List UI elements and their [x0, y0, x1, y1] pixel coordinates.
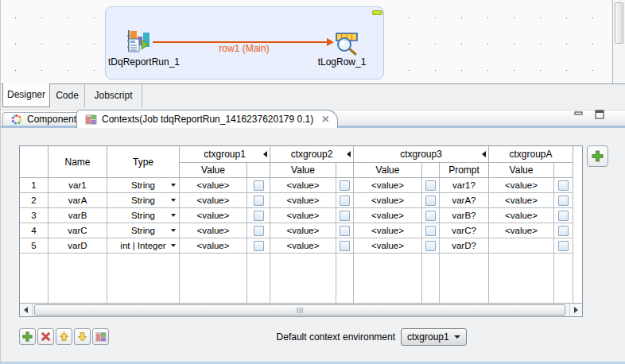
- value-checkbox[interactable]: [340, 196, 350, 206]
- canvas-vertical-scrollbar[interactable]: [612, 0, 625, 83]
- value-cell[interactable]: <value>: [270, 223, 336, 238]
- component-label-tdqreportrun[interactable]: tDqReportRun_1: [84, 56, 204, 68]
- row-number-cell[interactable]: 4: [20, 223, 49, 238]
- context-group-header[interactable]: ctxgroupA: [489, 146, 573, 163]
- value-cell[interactable]: <value>: [180, 208, 247, 223]
- scroll-left-button[interactable]: [20, 304, 33, 316]
- add-variable-button[interactable]: [19, 328, 36, 345]
- type-cell[interactable]: String: [107, 208, 180, 223]
- value-checkbox[interactable]: [340, 241, 350, 251]
- type-dropdown-caret-icon[interactable]: [171, 184, 176, 187]
- row-connection-label[interactable]: row1 (Main): [196, 43, 292, 54]
- value-checkbox[interactable]: [254, 211, 264, 221]
- default-context-dropdown[interactable]: ctxgroup1: [401, 328, 467, 346]
- type-cell[interactable]: String: [107, 193, 180, 208]
- manage-context-groups-button[interactable]: [92, 328, 109, 345]
- move-down-button[interactable]: [74, 328, 91, 345]
- prompt-cell[interactable]: varB?: [440, 208, 489, 223]
- value-checkbox[interactable]: [558, 196, 569, 206]
- value-checkbox[interactable]: [340, 211, 350, 221]
- tab-jobscript[interactable]: Jobscript: [85, 84, 142, 107]
- prompt-cell[interactable]: varA?: [440, 193, 489, 208]
- value-cell[interactable]: <value>: [270, 193, 336, 208]
- type-cell[interactable]: String: [107, 223, 180, 238]
- dq-report-run-icon[interactable]: [126, 29, 150, 53]
- type-dropdown-caret-icon[interactable]: [171, 229, 176, 232]
- close-icon[interactable]: ✕: [321, 114, 329, 125]
- maximize-view-button[interactable]: [593, 109, 606, 120]
- context-group-header[interactable]: ctxgroup2: [270, 146, 354, 163]
- row-number-cell[interactable]: 5: [20, 238, 49, 254]
- value-checkbox[interactable]: [558, 180, 569, 191]
- table-horizontal-scrollbar[interactable]: [20, 303, 582, 316]
- tab-code[interactable]: Code: [50, 84, 85, 107]
- row-number-cell[interactable]: 3: [20, 208, 49, 223]
- value-cell[interactable]: <value>: [180, 178, 247, 193]
- tab-contexts-view[interactable]: Contexts(Job tdqReportRun_1416237620179 …: [76, 110, 338, 128]
- value-cell[interactable]: <value>: [270, 178, 336, 193]
- prompt-cell[interactable]: var1?: [440, 178, 489, 193]
- type-dropdown-caret-icon[interactable]: [171, 244, 176, 247]
- value-cell[interactable]: <value>: [489, 223, 554, 238]
- value-cell[interactable]: <value>: [180, 193, 247, 208]
- name-cell[interactable]: varC: [49, 223, 107, 238]
- value-checkbox[interactable]: [558, 241, 569, 251]
- context-group-header[interactable]: ctxgroup3: [354, 146, 489, 163]
- value-cell[interactable]: <value>: [354, 178, 422, 193]
- name-cell[interactable]: var1: [49, 178, 107, 193]
- delete-variable-button[interactable]: [37, 328, 54, 345]
- value-checkbox[interactable]: [425, 241, 436, 251]
- add-context-group-button[interactable]: [587, 145, 608, 167]
- value-cell[interactable]: <value>: [270, 208, 336, 223]
- value-checkbox[interactable]: [254, 180, 264, 191]
- value-checkbox[interactable]: [558, 211, 569, 221]
- value-checkbox[interactable]: [340, 226, 350, 236]
- scroll-right-button[interactable]: [569, 304, 582, 316]
- value-checkbox[interactable]: [340, 180, 350, 191]
- prompt-cell[interactable]: varD?: [440, 238, 489, 254]
- type-dropdown-caret-icon[interactable]: [171, 199, 176, 202]
- prompt-cell[interactable]: varC?: [440, 223, 489, 238]
- value-checkbox[interactable]: [254, 241, 264, 251]
- context-group-header[interactable]: ctxgroup1: [180, 146, 270, 163]
- value-cell[interactable]: <value>: [354, 193, 422, 208]
- component-label-tlogrow[interactable]: tLogRow_1: [303, 56, 381, 68]
- type-cell[interactable]: String: [107, 178, 180, 193]
- value-checkbox[interactable]: [254, 226, 264, 236]
- value-cell[interactable]: [489, 238, 554, 254]
- value-cell[interactable]: <value>: [489, 178, 554, 193]
- move-up-button[interactable]: [56, 328, 72, 345]
- value-checkbox[interactable]: [425, 180, 436, 191]
- value-cell[interactable]: <value>: [354, 208, 422, 223]
- value-cell[interactable]: <value>: [180, 238, 247, 254]
- canvas-scrollbar-thumb[interactable]: [615, 2, 623, 44]
- name-cell[interactable]: varB: [49, 208, 107, 223]
- row-number-cell[interactable]: 2: [20, 193, 49, 208]
- scrollbar-thumb[interactable]: [34, 304, 565, 316]
- name-cell[interactable]: varD: [49, 238, 107, 254]
- value-checkbox[interactable]: [425, 196, 436, 206]
- value-cell[interactable]: <value>: [489, 193, 554, 208]
- value-cell[interactable]: <value>: [489, 208, 554, 223]
- value-cell[interactable]: <value>: [354, 223, 422, 238]
- value-cell[interactable]: <value>: [270, 238, 336, 254]
- row-number-cell[interactable]: 1: [20, 178, 49, 193]
- type-dropdown-caret-icon[interactable]: [171, 214, 176, 217]
- tab-component-view[interactable]: Component: [2, 112, 85, 126]
- value-cell[interactable]: <value>: [180, 223, 247, 238]
- minimize-view-button[interactable]: [573, 109, 585, 120]
- value-checkbox[interactable]: [425, 226, 436, 236]
- collapse-columns-icon[interactable]: [263, 151, 267, 157]
- value-checkbox[interactable]: [425, 211, 436, 221]
- value-cell[interactable]: <value>: [354, 238, 422, 254]
- design-canvas[interactable]: tDqReportRun_1 row1 (Main) tLogRow_1: [1, 0, 625, 84]
- tab-designer[interactable]: Designer: [2, 83, 50, 107]
- value-checkbox[interactable]: [254, 196, 264, 206]
- collapse-columns-icon[interactable]: [482, 151, 486, 157]
- value-checkbox[interactable]: [558, 226, 569, 236]
- collapse-columns-icon[interactable]: [347, 151, 351, 157]
- scroll-left-icon: [24, 307, 28, 313]
- logrow-icon[interactable]: [334, 33, 361, 56]
- name-cell[interactable]: varA: [49, 193, 107, 208]
- type-cell[interactable]: int | Integer: [107, 238, 180, 254]
